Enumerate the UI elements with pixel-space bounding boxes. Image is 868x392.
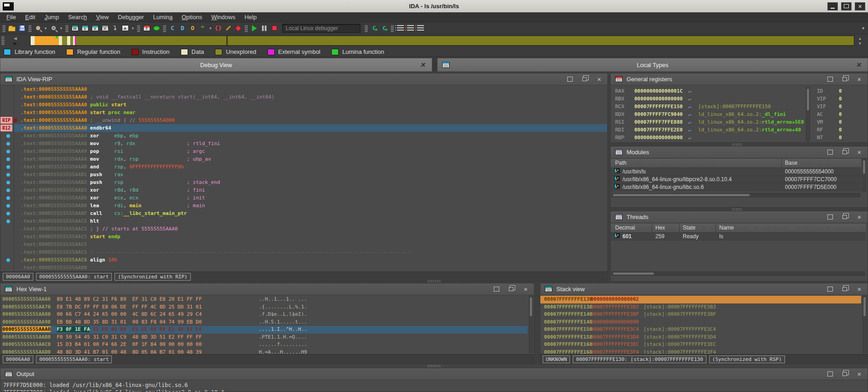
module-row[interactable]: /usr/lib/x86_64-linux-gnu/libpcre2-8.so.… xyxy=(611,176,861,183)
ida-view-titlebar[interactable]: IDA View-RIP × xyxy=(0,73,607,85)
disasm-line[interactable]: .text:000055555555AAB6 xor ecx, ecx ; in… xyxy=(14,194,607,202)
disasm-line[interactable]: .text:000055555555AAB1 push rax xyxy=(14,171,607,178)
output-splitter[interactable] xyxy=(0,364,868,368)
disasm-line[interactable]: .text:000055555555AAAD and rsp, 0FFFFFFF… xyxy=(14,163,607,171)
disasm-line[interactable]: .text:000055555555AAB8 lea rdi, main ; m… xyxy=(14,202,607,209)
output-maximize-icon[interactable] xyxy=(826,371,834,377)
search-icon[interactable] xyxy=(33,24,42,33)
modules-float-icon[interactable] xyxy=(841,149,848,156)
stack-row[interactable]: 00007FFFFFFFE14000007FFFFFFFE3BF[stack]:… xyxy=(540,311,861,319)
module-row[interactable]: /usr/lib/x86_64-linux-gnu/libc.so.600007… xyxy=(611,183,861,191)
search-again-dropdown-icon[interactable]: ▾ xyxy=(59,24,63,33)
modules-titlebar[interactable]: Modules × xyxy=(611,146,868,158)
stack-view-scrollbar[interactable] xyxy=(863,296,867,353)
breakpoint-dot-icon[interactable] xyxy=(6,173,10,177)
modules-vscrollbar[interactable] xyxy=(862,159,866,192)
structures-window-icon[interactable]: s xyxy=(90,24,99,33)
jump-icon[interactable]: ⤵ xyxy=(110,24,120,33)
stack-row[interactable]: 00007FFFFFFFE1480000000000000000 xyxy=(540,319,861,326)
disasm-line[interactable]: .text:000055555555AAA0 ; __unwind { // 5… xyxy=(14,116,607,124)
breakpoint-icon[interactable] xyxy=(234,24,243,33)
stack-view-close-icon[interactable]: × xyxy=(856,286,863,293)
text-style-dropdown-icon[interactable]: ▾ xyxy=(131,24,135,33)
toolbar-separator-handle[interactable] xyxy=(365,25,368,32)
stop-process-icon[interactable] xyxy=(270,24,279,33)
flag-row[interactable]: VM0 xyxy=(815,118,866,126)
modules-hscrollbar[interactable] xyxy=(612,193,860,197)
tab-debug-view-close-icon[interactable]: ✕ xyxy=(420,62,425,68)
stack-row[interactable]: 00007FFFFFFFE15000007FFFFFFFE3C4[stack]:… xyxy=(540,326,861,334)
register-row[interactable]: RSI00007FFFF7FFE888↵ld_linux_x86_64.so.2… xyxy=(611,118,805,126)
disasm-line[interactable]: .text:000055555555AAB3 xor r8d, r8d ; fi… xyxy=(14,186,607,194)
threads-hscrollbar[interactable] xyxy=(612,272,865,276)
breakpoint-dot-icon[interactable] xyxy=(6,134,10,138)
hex-row[interactable]: 000055555555AAD0 48 8D 3D 41 B7 01 00 48… xyxy=(2,349,528,354)
make-data-icon[interactable]: D xyxy=(178,24,187,33)
toolbar-separator-handle[interactable] xyxy=(391,25,394,32)
debug-windows-icon[interactable] xyxy=(396,24,405,33)
disasm-line[interactable]: .text:000055555555AAC6 align 10h xyxy=(14,256,607,264)
threads-col-name[interactable]: Name xyxy=(719,225,734,231)
menu-help[interactable]: Help xyxy=(240,13,261,21)
threads-col-state[interactable]: State xyxy=(683,225,695,231)
modules-col-path[interactable]: Path xyxy=(615,160,627,166)
output-close-icon[interactable]: × xyxy=(856,371,863,377)
menu-view[interactable]: View xyxy=(91,13,113,21)
save-icon[interactable] xyxy=(17,24,26,33)
open-file-icon[interactable] xyxy=(7,24,16,33)
register-row[interactable]: RDI00007FFFF7FFE2E0↵ld_linux_x86_64.so.2… xyxy=(611,126,805,134)
flag-row[interactable]: VIF0 xyxy=(815,103,866,110)
hex-row[interactable]: 000055555555AAB0 F0 50 54 45 31 C0 31 C9… xyxy=(2,334,528,341)
threads-titlebar[interactable]: Threads × xyxy=(611,211,868,223)
disasm-line[interactable]: .text:000055555555AABF call cs:__libc_st… xyxy=(14,209,607,217)
menu-edit[interactable]: Edit xyxy=(21,13,40,21)
toolbar-separator-handle[interactable] xyxy=(163,25,166,32)
close-button[interactable]: × xyxy=(855,2,865,10)
search-dropdown-icon[interactable]: ▾ xyxy=(43,24,48,33)
toolbar-overflow-icon[interactable]: ▾ xyxy=(862,26,864,31)
register-row[interactable]: RDX00007FFFF7FC9040↵ld_linux_x86_64.so.2… xyxy=(611,110,805,118)
watches-list-icon[interactable] xyxy=(416,24,425,33)
disasm-line[interactable]: .text:000055555555AAA0 endbr64 xyxy=(14,124,607,132)
register-row[interactable]: RBP0000000000000000↵ xyxy=(611,134,805,141)
make-dropdown-icon[interactable]: ▾ xyxy=(208,24,213,33)
lumina-icon[interactable] xyxy=(152,24,161,33)
hex-view-titlebar[interactable]: Hex View-1 × xyxy=(0,283,534,295)
stack-view-float-icon[interactable] xyxy=(841,286,848,293)
modules-col-base[interactable]: Base xyxy=(785,160,797,166)
breakpoint-dot-icon[interactable] xyxy=(6,165,10,169)
threads-close-icon[interactable]: × xyxy=(856,214,863,220)
breakpoint-dot-icon[interactable] xyxy=(6,188,10,192)
disasm-line[interactable]: .text:000055555555AAC5 start endp xyxy=(14,233,607,240)
make-string-icon[interactable]: " xyxy=(198,24,207,33)
breakpoint-dot-icon[interactable] xyxy=(6,157,10,161)
step-over-icon[interactable]: C xyxy=(380,24,389,33)
menu-options[interactable]: Options xyxy=(177,13,207,21)
make-code-icon[interactable]: C xyxy=(168,24,177,33)
stack-row[interactable]: 00007FFFFFFFE16800007FFFFFFFE3F4[stack]:… xyxy=(540,349,861,354)
toolbar-separator-handle[interactable] xyxy=(65,25,68,32)
navband-drag-handle[interactable] xyxy=(1,36,5,45)
disasm-line[interactable]: .text:000055555555AAC5 ; } // starts at … xyxy=(14,225,607,233)
register-row[interactable]: RBX0000000000000000↵ xyxy=(611,95,805,103)
threads-col-decimal[interactable]: Decimal xyxy=(615,225,635,231)
threads-col-hex[interactable]: Hex xyxy=(655,225,665,231)
hex-row[interactable]: 000055555555AA80 00 66 C7 44 24 65 00 00… xyxy=(2,311,528,319)
output-titlebar[interactable]: Output × xyxy=(0,368,868,380)
flag-row[interactable]: VIP0 xyxy=(815,95,866,103)
register-row[interactable]: RCX00007FFFFFFFE150↵[stack]:00007FFFFFFF… xyxy=(611,103,805,110)
edit-icon[interactable] xyxy=(224,24,233,33)
step-into-icon[interactable]: C xyxy=(370,24,379,33)
registers-float-icon[interactable] xyxy=(841,76,848,83)
menu-windows[interactable]: Windows xyxy=(207,13,240,21)
breakpoint-list-icon[interactable] xyxy=(406,24,415,33)
hex-view-close-icon[interactable]: × xyxy=(522,286,529,293)
stack-row[interactable]: 00007FFFFFFFE13800007FFFFFFFE3B3[stack]:… xyxy=(540,303,861,311)
breakpoint-dot-icon[interactable] xyxy=(6,212,10,215)
stack-row[interactable]: 00007FFFFFFFE1300000000000000002 xyxy=(540,296,861,303)
navband-up-arrow-icon[interactable]: ▴ xyxy=(859,37,861,41)
flag-row[interactable]: ID0 xyxy=(815,87,866,95)
flag-row[interactable]: NT0 xyxy=(815,134,866,141)
toolbar-separator-handle[interactable] xyxy=(137,25,140,32)
tab-debug-view[interactable]: Debug View ✕ xyxy=(0,58,432,72)
